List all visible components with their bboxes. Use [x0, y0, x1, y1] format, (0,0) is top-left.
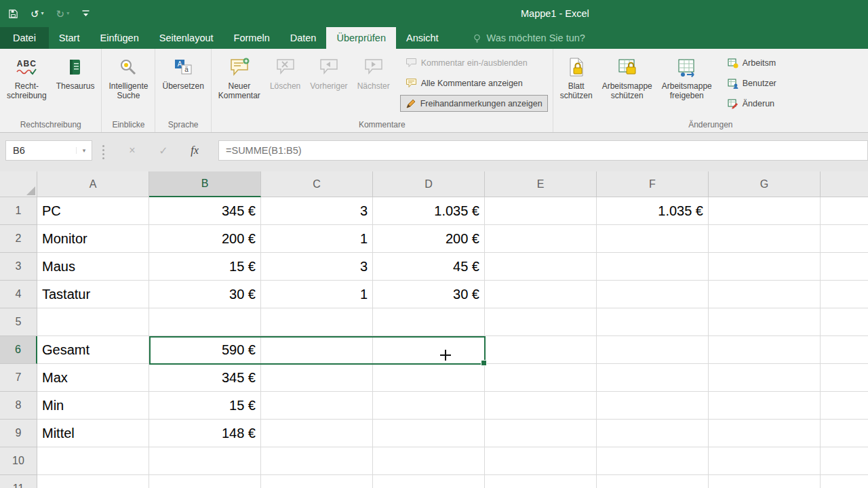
cell-B2[interactable]: 200 €	[149, 225, 261, 253]
cell-B4[interactable]: 30 €	[149, 281, 261, 308]
tab-daten[interactable]: Daten	[280, 27, 327, 49]
cell-D4[interactable]: 30 €	[373, 281, 485, 308]
new-comment-button[interactable]: Neuer Kommentar	[214, 49, 265, 119]
cell-G10[interactable]	[709, 447, 821, 475]
track-changes-button[interactable]: Änderun	[722, 95, 782, 112]
cell-C8[interactable]	[261, 392, 373, 420]
cell-A2[interactable]: Monitor	[37, 225, 149, 253]
cell-C6[interactable]	[261, 336, 373, 364]
cell-partial-7[interactable]	[821, 364, 868, 392]
column-header-E[interactable]: E	[485, 171, 597, 197]
cell-partial-4[interactable]	[821, 281, 868, 308]
cell-B3[interactable]: 15 €	[149, 253, 261, 281]
cell-C9[interactable]	[261, 420, 373, 447]
cell-E3[interactable]	[485, 253, 597, 281]
row-header-5[interactable]: 5	[0, 308, 37, 336]
cell-partial-3[interactable]	[821, 253, 868, 281]
row-header-8[interactable]: 8	[0, 392, 37, 420]
row-header-3[interactable]: 3	[0, 253, 37, 281]
cell-D9[interactable]	[373, 420, 485, 447]
cell-A4[interactable]: Tastatur	[37, 281, 149, 308]
cell-A8[interactable]: Min	[37, 392, 149, 420]
smart-lookup-button[interactable]: Intelligente Suche	[104, 49, 153, 119]
cell-F7[interactable]	[597, 364, 709, 392]
allow-users-edit-ranges-button[interactable]: Benutzer	[722, 75, 782, 92]
cell-D5[interactable]	[373, 308, 485, 336]
cell-G8[interactable]	[709, 392, 821, 420]
cell-partial-2[interactable]	[821, 225, 868, 253]
share-workbook-button[interactable]: Arbeitsmappe freigeben	[657, 49, 717, 119]
undo-button[interactable]: ↺▾	[31, 9, 44, 19]
cell-partial-11[interactable]	[821, 475, 868, 488]
cell-G7[interactable]	[709, 364, 821, 392]
tab-start[interactable]: Start	[49, 27, 90, 49]
cell-F8[interactable]	[597, 392, 709, 420]
cell-E8[interactable]	[485, 392, 597, 420]
cell-C4[interactable]: 1	[261, 281, 373, 308]
name-box[interactable]: B6 ▾	[5, 140, 92, 161]
cell-F5[interactable]	[597, 308, 709, 336]
cell-partial-1[interactable]	[821, 197, 868, 225]
cell-B9[interactable]: 148 €	[149, 420, 261, 447]
customize-quick-access-button[interactable]	[81, 9, 90, 18]
tab-seitenlayout[interactable]: Seitenlayout	[149, 27, 224, 49]
cell-C5[interactable]	[261, 308, 373, 336]
cell-C1[interactable]: 3	[261, 197, 373, 225]
cell-A1[interactable]: PC	[37, 197, 149, 225]
cell-D10[interactable]	[373, 447, 485, 475]
cell-partial-5[interactable]	[821, 308, 868, 336]
cell-G6[interactable]	[709, 336, 821, 364]
cell-C11[interactable]	[261, 475, 373, 488]
tab-ueberpruefen[interactable]: Überprüfen	[326, 27, 396, 49]
tab-ansicht[interactable]: Ansicht	[396, 27, 449, 49]
cell-partial-9[interactable]	[821, 420, 868, 447]
cell-F3[interactable]	[597, 253, 709, 281]
protect-share-workbook-button[interactable]: Arbeitsm	[722, 54, 782, 71]
row-header-1[interactable]: 1	[0, 197, 37, 225]
cell-D8[interactable]	[373, 392, 485, 420]
cell-G11[interactable]	[709, 475, 821, 488]
cell-A7[interactable]: Max	[37, 364, 149, 392]
protect-sheet-button[interactable]: Blatt schützen	[555, 49, 597, 119]
column-header-F[interactable]: F	[597, 171, 709, 197]
name-box-dropdown-icon[interactable]: ▾	[76, 147, 92, 154]
cell-G2[interactable]	[709, 225, 821, 253]
cell-E9[interactable]	[485, 420, 597, 447]
cell-F11[interactable]	[597, 475, 709, 488]
row-header-2[interactable]: 2	[0, 225, 37, 253]
cell-F1[interactable]: 1.035 €	[597, 197, 709, 225]
select-all-corner[interactable]	[0, 171, 37, 197]
cell-E10[interactable]	[485, 447, 597, 475]
cell-D7[interactable]	[373, 364, 485, 392]
cell-A3[interactable]: Maus	[37, 253, 149, 281]
cell-E6[interactable]	[485, 336, 597, 364]
column-header-B[interactable]: B	[149, 171, 261, 197]
cell-F4[interactable]	[597, 281, 709, 308]
column-header-D[interactable]: D	[373, 171, 485, 197]
cell-G9[interactable]	[709, 420, 821, 447]
row-header-6[interactable]: 6	[0, 336, 37, 364]
cell-B1[interactable]: 345 €	[149, 197, 261, 225]
cell-G4[interactable]	[709, 281, 821, 308]
cell-partial-10[interactable]	[821, 447, 868, 475]
cell-G1[interactable]	[709, 197, 821, 225]
cell-E2[interactable]	[485, 225, 597, 253]
cell-B5[interactable]	[149, 308, 261, 336]
cell-F9[interactable]	[597, 420, 709, 447]
row-header-9[interactable]: 9	[0, 420, 37, 447]
tab-datei[interactable]: Datei	[0, 27, 49, 49]
cell-D11[interactable]	[373, 475, 485, 488]
row-header-7[interactable]: 7	[0, 364, 37, 392]
cell-C7[interactable]	[261, 364, 373, 392]
cell-D6[interactable]	[373, 336, 485, 364]
cell-C2[interactable]: 1	[261, 225, 373, 253]
cell-C3[interactable]: 3	[261, 253, 373, 281]
cell-E7[interactable]	[485, 364, 597, 392]
undo-dropdown-icon[interactable]: ▾	[41, 11, 44, 16]
cell-F10[interactable]	[597, 447, 709, 475]
cell-partial-8[interactable]	[821, 392, 868, 420]
column-header-C[interactable]: C	[261, 171, 373, 197]
cell-E11[interactable]	[485, 475, 597, 488]
cell-A10[interactable]	[37, 447, 149, 475]
cell-C10[interactable]	[261, 447, 373, 475]
